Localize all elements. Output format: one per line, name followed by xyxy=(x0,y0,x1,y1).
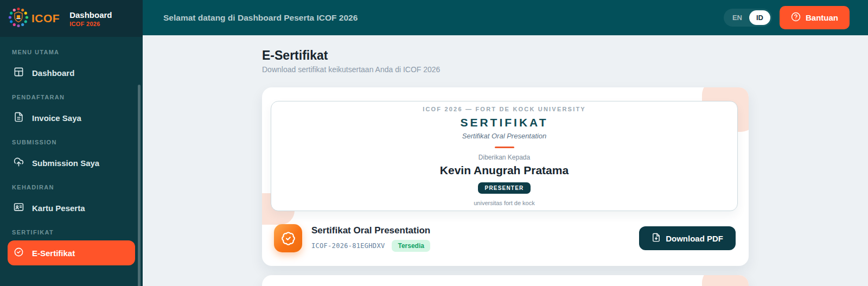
certificate-divider xyxy=(495,147,514,148)
brand-subtitle: ICOF 2026 xyxy=(69,21,112,27)
app-window: ICOF Dashboard ICOF 2026 MENU UTAMA Dash… xyxy=(0,0,868,286)
icof-logo-emblem-icon xyxy=(8,7,29,30)
institution-name: universitas fort de kock xyxy=(474,200,535,206)
sidebar: ICOF Dashboard ICOF 2026 MENU UTAMA Dash… xyxy=(0,0,143,286)
upload-cloud-icon xyxy=(14,157,24,169)
sidebar-item-label: Dashboard xyxy=(32,68,74,78)
sidebar-brand[interactable]: ICOF Dashboard ICOF 2026 xyxy=(0,0,143,37)
content: E-Sertifikat Download sertifikat keikuts… xyxy=(143,35,868,286)
certificate-badge-icon xyxy=(274,224,302,252)
badge-check-icon xyxy=(14,247,24,259)
menu-section-label: SERTIFIKAT xyxy=(12,229,131,236)
status-badge: Tersedia xyxy=(392,240,430,252)
sidebar-item-e-sertifikat[interactable]: E-Sertifikat xyxy=(8,240,135,265)
help-button[interactable]: Bantuan xyxy=(780,6,850,29)
menu-section-label: SUBMISSION xyxy=(12,139,131,145)
download-pdf-label: Download PDF xyxy=(666,234,723,243)
sidebar-item-label: E-Sertifikat xyxy=(32,249,75,258)
recipient-name: Kevin Anugrah Pratama xyxy=(440,164,569,177)
sidebar-scrollbar[interactable] xyxy=(138,85,141,286)
lang-option-en[interactable]: EN xyxy=(725,10,749,25)
sidebar-menu: MENU UTAMA Dashboard PENDAFTARAN Invoice… xyxy=(0,37,143,286)
invoice-icon xyxy=(14,112,24,124)
next-card-partial xyxy=(262,275,749,286)
page-subtitle: Download sertifikat keikutsertaan Anda d… xyxy=(262,65,749,74)
page-title: E-Sertifikat xyxy=(262,48,749,63)
id-card-icon xyxy=(14,202,24,214)
certificate-subtitle: Sertifikat Oral Presentation xyxy=(462,132,546,140)
certificate-card: ICOF 2026 — FORT DE KOCK UNIVERSITY SERT… xyxy=(262,87,749,266)
certificate-issuer: ICOF 2026 — FORT DE KOCK UNIVERSITY xyxy=(423,106,586,112)
download-pdf-button[interactable]: Download PDF xyxy=(639,226,736,250)
sidebar-item-kartu-peserta[interactable]: Kartu Peserta xyxy=(8,195,135,220)
brand-title: Dashboard xyxy=(69,10,112,20)
sidebar-item-label: Kartu Peserta xyxy=(32,204,85,213)
sidebar-item-submission-saya[interactable]: Submission Saya xyxy=(8,150,135,175)
lang-option-id[interactable]: ID xyxy=(749,10,770,25)
certificate-title: SERTIFIKAT xyxy=(460,116,548,129)
sidebar-item-label: Submission Saya xyxy=(32,158,99,168)
menu-section-label: KEHADIRAN xyxy=(12,184,131,190)
help-button-label: Bantuan xyxy=(806,13,838,22)
decorative-blob-top-right xyxy=(702,275,749,286)
certificate-row: Sertifikat Oral Presentation ICOF-2026-8… xyxy=(262,211,749,252)
help-circle-icon xyxy=(791,12,801,23)
sidebar-item-label: Invoice Saya xyxy=(32,113,81,123)
dashboard-icon xyxy=(14,67,24,79)
icof-logo-wordmark: ICOF xyxy=(31,12,60,25)
language-toggle[interactable]: EN ID xyxy=(724,9,772,27)
menu-section-label: PENDAFTARAN xyxy=(12,94,131,100)
certificate-code: ICOF-2026-81EGHDXV xyxy=(311,242,385,250)
main-area: Selamat datang di Dashboard Peserta ICOF… xyxy=(143,0,868,286)
sidebar-item-invoice-saya[interactable]: Invoice Saya xyxy=(8,105,135,130)
given-to-label: Diberikan Kepada xyxy=(478,154,530,161)
certificate-item-title: Sertifikat Oral Presentation xyxy=(311,225,430,236)
welcome-text: Selamat datang di Dashboard Peserta ICOF… xyxy=(163,13,358,23)
icof-logo: ICOF xyxy=(8,7,60,30)
sidebar-item-dashboard[interactable]: Dashboard xyxy=(8,60,135,85)
role-badge: PRESENTER xyxy=(478,182,531,194)
file-download-icon xyxy=(652,233,661,244)
certificate-preview: ICOF 2026 — FORT DE KOCK UNIVERSITY SERT… xyxy=(271,101,738,211)
menu-section-label: MENU UTAMA xyxy=(12,49,131,55)
topbar: Selamat datang di Dashboard Peserta ICOF… xyxy=(143,0,868,35)
